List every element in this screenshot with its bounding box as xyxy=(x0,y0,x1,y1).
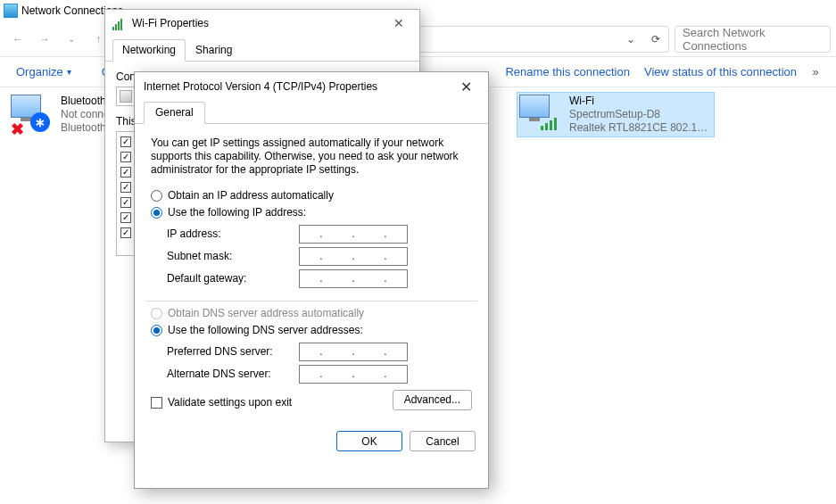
tab-networking[interactable]: Networking xyxy=(112,39,186,62)
adapter-icon xyxy=(120,90,132,103)
default-gateway-label: Default gateway: xyxy=(167,272,299,285)
dialog-title: Wi-Fi Properties xyxy=(132,17,209,29)
ip-address-input[interactable]: ... xyxy=(299,225,408,244)
checkbox-icon[interactable]: ✓ xyxy=(120,167,131,178)
ok-button[interactable]: OK xyxy=(336,431,402,451)
subnet-mask-label: Subnet mask: xyxy=(167,250,299,263)
subnet-mask-input[interactable]: ... xyxy=(299,247,408,266)
radio-label: Obtain an IP address automatically xyxy=(168,189,334,202)
close-icon[interactable]: ✕ xyxy=(452,78,479,95)
checkbox-icon xyxy=(151,397,162,409)
radio-label: Use the following IP address: xyxy=(168,206,306,219)
checkbox-icon[interactable]: ✓ xyxy=(120,212,131,223)
radio-obtain-dns-auto: Obtain DNS server address automatically xyxy=(151,307,472,320)
connection-name: Wi-Fi xyxy=(569,95,712,108)
dialog-title: Internet Protocol Version 4 (TCP/IPv4) P… xyxy=(144,80,377,93)
radio-icon xyxy=(151,308,162,319)
search-placeholder: Search Network Connections xyxy=(683,26,823,53)
radio-label: Use the following DNS server addresses: xyxy=(168,324,363,337)
bluetooth-icon: ∗ xyxy=(30,112,50,132)
tab-general[interactable]: General xyxy=(144,102,205,124)
checkbox-icon[interactable]: ✓ xyxy=(120,182,131,193)
connection-wifi[interactable]: Wi-Fi SpectrumSetup-D8 Realtek RTL8821CE… xyxy=(517,93,714,136)
tab-sharing[interactable]: Sharing xyxy=(186,39,242,62)
view-options-icon[interactable]: » xyxy=(804,61,827,84)
radio-label: Obtain DNS server address automatically xyxy=(168,307,364,320)
address-dropdown-icon[interactable]: ⌄ xyxy=(618,27,643,52)
radio-icon xyxy=(151,190,162,202)
connection-device: Realtek RTL8821CE 802.11ac PCIe ... xyxy=(569,121,712,135)
alternate-dns-input[interactable]: ... xyxy=(299,365,408,384)
view-status-link[interactable]: View status of this connection xyxy=(637,65,804,78)
connection-status: SpectrumSetup-D8 xyxy=(569,108,712,121)
dialog-tabs: Networking Sharing xyxy=(105,38,419,62)
disconnected-icon: ✖ xyxy=(11,120,24,139)
ipv4-properties-dialog: Internet Protocol Version 4 (TCP/IPv4) P… xyxy=(134,71,489,489)
advanced-button[interactable]: Advanced... xyxy=(393,390,472,410)
monitor-icon xyxy=(519,95,550,118)
rename-connection-link[interactable]: Rename this connection xyxy=(498,65,636,78)
close-icon[interactable]: ✕ xyxy=(385,16,412,30)
checkbox-icon[interactable]: ✓ xyxy=(120,197,131,208)
dialog-tabs: General xyxy=(135,101,488,124)
preferred-dns-input[interactable]: ... xyxy=(299,343,408,361)
dialog-titlebar: Wi-Fi Properties ✕ xyxy=(105,10,419,37)
network-icon xyxy=(4,4,18,18)
alternate-dns-label: Alternate DNS server: xyxy=(167,368,299,381)
recent-chevron[interactable]: ⌄ xyxy=(59,27,84,52)
checkbox-icon[interactable]: ✓ xyxy=(120,227,131,238)
wifi-icon xyxy=(112,16,127,30)
wifi-signal-icon xyxy=(541,118,557,130)
dialog-titlebar: Internet Protocol Version 4 (TCP/IPv4) P… xyxy=(135,72,488,101)
refresh-icon[interactable]: ⟳ xyxy=(643,27,668,52)
description-text: You can get IP settings assigned automat… xyxy=(151,136,472,177)
radio-icon xyxy=(151,325,162,336)
radio-use-following-ip[interactable]: Use the following IP address: xyxy=(151,206,472,219)
organize-menu[interactable]: Organize▾ xyxy=(9,65,79,78)
preferred-dns-label: Preferred DNS server: xyxy=(167,345,299,359)
radio-use-following-dns[interactable]: Use the following DNS server addresses: xyxy=(151,324,472,337)
checkbox-label: Validate settings upon exit xyxy=(168,396,292,409)
radio-icon xyxy=(151,207,162,219)
default-gateway-input[interactable]: ... xyxy=(299,269,408,288)
ip-address-label: IP address: xyxy=(167,227,299,241)
cancel-button[interactable]: Cancel xyxy=(410,431,476,451)
back-button[interactable]: ← xyxy=(5,27,30,52)
checkbox-icon[interactable]: ✓ xyxy=(120,136,131,147)
radio-obtain-ip-auto[interactable]: Obtain an IP address automatically xyxy=(151,189,472,202)
forward-button[interactable]: → xyxy=(32,27,57,52)
search-input[interactable]: Search Network Connections xyxy=(675,26,831,53)
checkbox-icon[interactable]: ✓ xyxy=(120,152,131,162)
